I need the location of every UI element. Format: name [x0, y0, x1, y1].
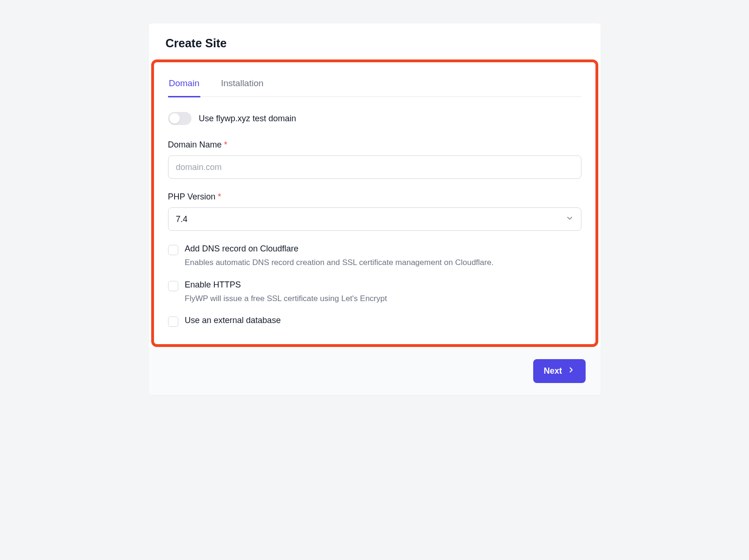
- external-db-title: Use an external database: [185, 316, 581, 325]
- create-site-card: Create Site Domain Installation Use flyw…: [149, 23, 601, 395]
- test-domain-toggle-row: Use flywp.xyz test domain: [168, 112, 581, 125]
- php-version-group: PHP Version * 7.4: [168, 192, 581, 231]
- domain-name-input[interactable]: [168, 155, 581, 179]
- test-domain-toggle-label: Use flywp.xyz test domain: [199, 114, 296, 124]
- card-footer: Next: [149, 347, 601, 395]
- test-domain-toggle[interactable]: [168, 112, 191, 125]
- domain-name-label: Domain Name *: [168, 140, 581, 150]
- external-db-content: Use an external database: [185, 316, 581, 328]
- cloudflare-title: Add DNS record on Cloudflare: [185, 244, 581, 254]
- cloudflare-option-row: Add DNS record on Cloudflare Enables aut…: [168, 244, 581, 269]
- https-title: Enable HTTPS: [185, 280, 581, 290]
- https-desc: FlyWP will issue a free SSL certificate …: [185, 293, 581, 305]
- tab-bar: Domain Installation: [168, 74, 581, 97]
- domain-name-group: Domain Name *: [168, 140, 581, 179]
- https-checkbox[interactable]: [168, 281, 178, 291]
- https-content: Enable HTTPS FlyWP will issue a free SSL…: [185, 280, 581, 305]
- toggle-knob: [169, 113, 180, 124]
- php-version-label: PHP Version *: [168, 192, 581, 202]
- https-option-row: Enable HTTPS FlyWP will issue a free SSL…: [168, 280, 581, 305]
- external-db-checkbox[interactable]: [168, 317, 178, 327]
- page-title: Create Site: [166, 37, 584, 50]
- cloudflare-desc: Enables automatic DNS record creation an…: [185, 257, 581, 269]
- required-marker: *: [224, 140, 228, 149]
- required-marker: *: [218, 192, 221, 201]
- domain-highlight-box: Domain Installation Use flywp.xyz test d…: [151, 59, 598, 347]
- tab-domain[interactable]: Domain: [168, 74, 200, 97]
- card-header: Create Site: [149, 23, 601, 55]
- tab-installation[interactable]: Installation: [220, 74, 264, 97]
- php-version-label-text: PHP Version: [168, 192, 216, 201]
- external-db-option-row: Use an external database: [168, 316, 581, 328]
- next-button[interactable]: Next: [533, 359, 585, 383]
- php-version-select[interactable]: 7.4: [168, 207, 581, 231]
- php-version-select-wrap: 7.4: [168, 207, 581, 231]
- domain-name-label-text: Domain Name: [168, 140, 222, 149]
- chevron-right-icon: [567, 366, 575, 376]
- cloudflare-checkbox[interactable]: [168, 245, 178, 255]
- next-button-label: Next: [543, 366, 562, 376]
- cloudflare-content: Add DNS record on Cloudflare Enables aut…: [185, 244, 581, 269]
